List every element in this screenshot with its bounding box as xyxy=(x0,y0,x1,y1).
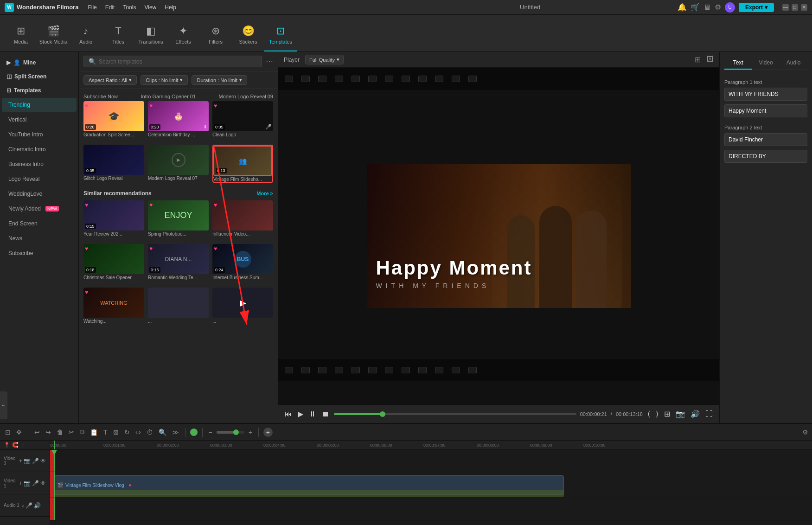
monitor-icon[interactable]: 🖥 xyxy=(703,3,711,12)
undo-button[interactable]: ↩ xyxy=(33,427,41,437)
menu-edit[interactable]: Edit xyxy=(105,4,115,11)
sidebar-split-header[interactable]: ◫ Split Screen xyxy=(0,70,78,83)
maximize-button[interactable]: □ xyxy=(792,4,798,11)
export-button[interactable]: Export ▾ xyxy=(739,3,774,12)
para1-value[interactable]: WITH MY FRIENDS xyxy=(724,88,807,101)
eye-icon[interactable]: 👁 xyxy=(40,480,46,487)
duration-filter[interactable]: Duration : No limit ▾ xyxy=(192,75,247,85)
zoom-tool[interactable]: 🔍 xyxy=(157,427,168,437)
text-tool[interactable]: T xyxy=(102,427,109,437)
template-christmas[interactable]: ♥ 0:18 Christmas Sale Opener xyxy=(83,244,144,280)
music-icon[interactable]: ♪ xyxy=(21,502,24,509)
delete-button[interactable]: 🗑 xyxy=(55,427,64,437)
clips-filter[interactable]: Clips : No limit ▾ xyxy=(141,75,188,85)
minimize-button[interactable]: — xyxy=(782,4,789,11)
menu-tools[interactable]: Tools xyxy=(123,4,136,11)
tool-stock[interactable]: 🎬 Stock Media xyxy=(37,19,70,51)
skip-back-button[interactable]: ⏮ xyxy=(284,409,293,419)
tool-audio[interactable]: ♪ Audio xyxy=(70,19,102,51)
template-birthday[interactable]: ♥ 0:20 ⬇ 🎂 Celebration Birthday ... xyxy=(148,101,209,137)
speed-tool[interactable]: ⏱ xyxy=(145,427,154,437)
tab-audio[interactable]: Audio xyxy=(780,57,807,70)
template-clean-logo[interactable]: ♥ 0:05 🎤 Clean Logo xyxy=(212,101,273,137)
template-item8[interactable]: ... xyxy=(148,288,209,324)
select-tool[interactable]: ⊡ xyxy=(4,427,12,437)
tool-templates[interactable]: ⊡ Templates xyxy=(264,19,297,51)
template-watching[interactable]: ♥ WATCHING Watching... xyxy=(83,288,144,324)
tool-stickers[interactable]: 😊 Stickers xyxy=(232,19,264,51)
sidebar-item-cinematic-intro[interactable]: Cinematic Intro xyxy=(2,142,77,156)
happy-moment-value[interactable]: Happy Moment xyxy=(724,104,807,117)
record-button[interactable] xyxy=(190,429,198,436)
cut-button[interactable]: ✂ xyxy=(67,427,76,437)
flip-tool[interactable]: ⇔ xyxy=(134,427,142,437)
template-graduation[interactable]: ♥ 0:20 ⬇ 🎓 Graduation Split Scree... xyxy=(83,101,144,137)
forward-icon[interactable]: ⟩ xyxy=(655,409,659,419)
template-vintage[interactable]: 0:13 👥 Vintage Film Slidesho... xyxy=(212,145,273,183)
sidebar-item-subscribe[interactable]: Subscribe xyxy=(2,246,77,260)
tab-text[interactable]: Text xyxy=(724,57,752,70)
volume-icon[interactable]: 🔊 xyxy=(690,409,701,419)
template-item9[interactable]: ▶ ... xyxy=(212,288,273,324)
mic-icon[interactable]: 🎤 xyxy=(32,480,39,487)
tool-media[interactable]: ⊞ Media xyxy=(5,19,37,51)
mic-icon[interactable]: 🎤 xyxy=(32,458,39,464)
magnet-icon[interactable]: 🧲 xyxy=(12,442,19,448)
stop-button[interactable]: ⏹ xyxy=(321,409,330,419)
sidebar-mine-header[interactable]: ▶ 👤 Mine xyxy=(0,56,78,70)
menu-file[interactable]: File xyxy=(88,4,96,11)
para3-value[interactable]: DIRECTED BY xyxy=(724,150,807,163)
add-clip-icon[interactable]: + xyxy=(19,458,22,464)
zoom-slider[interactable] xyxy=(217,431,244,434)
camera-icon[interactable]: 📷 xyxy=(24,480,31,487)
add-clip-icon[interactable]: + xyxy=(19,480,22,487)
camera-icon[interactable]: 📷 xyxy=(24,458,31,464)
template-romantic[interactable]: ♥ 0:16 DIANA N... Romantic Wedding Te... xyxy=(148,244,209,280)
play-button[interactable]: ▶ xyxy=(297,409,304,419)
grid-view-icon[interactable]: ⊞ xyxy=(695,55,701,64)
template-spring[interactable]: ♥ ENJOY Spring Photoboo... xyxy=(148,200,209,237)
menu-help[interactable]: Help xyxy=(165,4,176,11)
sidebar-item-news[interactable]: News xyxy=(2,231,77,245)
copy-button[interactable]: ⧉ xyxy=(78,427,86,437)
template-influencer[interactable]: ♥ Influencer Video... xyxy=(212,200,273,237)
tool-transitions[interactable]: ◧ Transitions xyxy=(134,19,167,51)
menu-view[interactable]: View xyxy=(144,4,156,11)
mic-icon[interactable]: 🎤 xyxy=(26,502,32,509)
camera-icon[interactable]: 📷 xyxy=(675,409,686,419)
vol-icon[interactable]: 🔊 xyxy=(34,502,41,509)
rewind-icon[interactable]: ⟨ xyxy=(646,409,651,419)
sidebar-item-vertical[interactable]: Vertical xyxy=(2,113,77,127)
template-business[interactable]: ♥ 0:24 BUS Internet Business Sum... xyxy=(212,244,273,280)
sidebar-templates-header[interactable]: ⊡ Templates xyxy=(0,83,78,97)
store-icon[interactable]: 🛒 xyxy=(691,3,700,12)
zoom-minus[interactable]: − xyxy=(207,427,214,437)
tab-video[interactable]: Video xyxy=(752,57,780,70)
sidebar-item-youtube-intro[interactable]: YouTube Intro xyxy=(2,128,77,141)
redo-button[interactable]: ↪ xyxy=(44,427,52,437)
quality-select[interactable]: Full Quality ▾ xyxy=(305,55,344,64)
template-glitch[interactable]: 0:05 Glitch Logo Reveal xyxy=(83,145,144,183)
playback-timeline[interactable] xyxy=(334,413,576,415)
photo-icon[interactable]: 🖼 xyxy=(706,55,714,64)
crop-tool[interactable]: ⊠ xyxy=(112,427,120,437)
paste-button[interactable]: 📋 xyxy=(89,427,99,437)
sidebar-item-newly-added[interactable]: Newly Added NEW xyxy=(2,202,77,216)
notification-icon[interactable]: 🔔 xyxy=(678,3,687,12)
hand-tool[interactable]: ✥ xyxy=(15,427,23,437)
add-track-button[interactable]: + xyxy=(263,428,273,437)
more-options-button[interactable]: ⋯ xyxy=(266,57,273,66)
template-modern2[interactable]: ▶ Modern Logo Reveal 07 xyxy=(148,145,209,183)
template-year-review[interactable]: ♥ 0:15 Year Review 202... xyxy=(83,200,144,237)
eye-icon[interactable]: 👁 xyxy=(40,458,46,464)
zoom-plus[interactable]: + xyxy=(247,427,254,437)
fullscreen-icon[interactable]: ⛶ xyxy=(704,409,714,419)
para2-value[interactable]: David Fincher xyxy=(724,133,807,146)
ruler-icon[interactable]: 📍 xyxy=(4,442,10,448)
close-button[interactable]: ✕ xyxy=(801,4,807,11)
sidebar-collapse-button[interactable]: ‹ xyxy=(0,391,7,419)
more-link[interactable]: More > xyxy=(256,191,273,196)
avatar[interactable]: U xyxy=(725,2,735,13)
tool-effects[interactable]: ✦ Effects xyxy=(167,19,199,51)
sidebar-item-trending[interactable]: Trending xyxy=(2,98,77,112)
